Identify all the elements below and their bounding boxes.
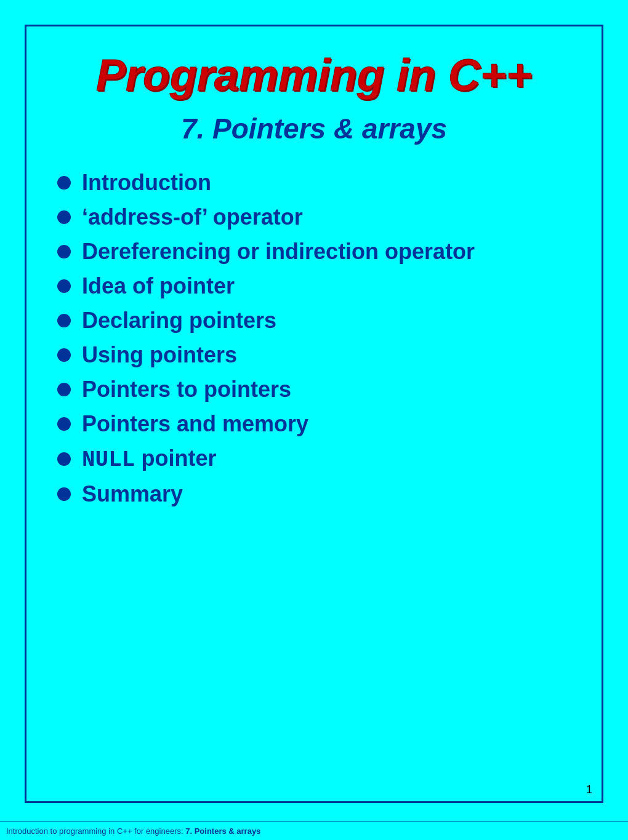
content-list: Introduction ‘address-of’ operator Deref… xyxy=(57,170,571,507)
bullet-icon xyxy=(57,210,71,224)
list-item-using-pointers: Using pointers xyxy=(57,342,571,368)
list-item-summary: Summary xyxy=(57,481,571,507)
list-item-introduction: Introduction xyxy=(57,170,571,196)
list-item-null-pointer: NULL pointer xyxy=(57,446,571,473)
bullet-icon xyxy=(57,176,71,190)
list-item-pointers-to-pointers: Pointers to pointers xyxy=(57,377,571,402)
bullet-icon xyxy=(57,279,71,293)
list-item-idea-of-pointer: Idea of pointer xyxy=(57,273,571,299)
list-item-declaring-pointers: Declaring pointers xyxy=(57,308,571,334)
title-section: Programming in C++ 7. Pointers & arrays xyxy=(57,51,571,145)
page-number: 1 xyxy=(586,783,592,796)
page-container: Programming in C++ 7. Pointers & arrays … xyxy=(0,0,628,840)
list-item-address-of: ‘address-of’ operator xyxy=(57,204,571,230)
bullet-icon xyxy=(57,487,71,501)
slide-box: Programming in C++ 7. Pointers & arrays … xyxy=(25,25,603,803)
bullet-icon xyxy=(57,452,71,466)
bullet-icon xyxy=(57,417,71,431)
main-title: Programming in C++ xyxy=(57,51,571,100)
subtitle: 7. Pointers & arrays xyxy=(57,112,571,145)
bullet-icon xyxy=(57,245,71,258)
list-item-dereferencing: Dereferencing or indirection operator xyxy=(57,239,571,265)
bullet-icon xyxy=(57,314,71,327)
bullet-icon xyxy=(57,348,71,362)
bullet-icon xyxy=(57,383,71,396)
footer-text: Introduction to programming in C++ for e… xyxy=(6,826,260,836)
footer-bar: Introduction to programming in C++ for e… xyxy=(0,822,628,840)
list-item-pointers-and-memory: Pointers and memory xyxy=(57,411,571,437)
